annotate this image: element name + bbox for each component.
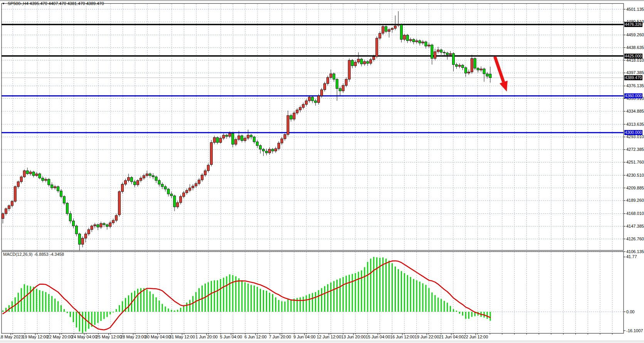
price-level-badge: 4300.000 bbox=[624, 130, 642, 135]
price-tick-label: 4438.635 bbox=[626, 45, 644, 50]
price-tick-label: 4147.385 bbox=[626, 224, 644, 228]
ohlc-label: 4395.470 4407.470 4381.470 4389.470 bbox=[30, 1, 104, 6]
time-tick-label: 6 Jun 12:00 bbox=[244, 335, 267, 339]
macd-tick-label: -16.1007 bbox=[626, 328, 643, 333]
price-tick-label: 4272.385 bbox=[626, 147, 644, 152]
time-tick-label: 19 May 12:00 bbox=[22, 335, 48, 339]
time-tick-label: 16 Jun 12:00 bbox=[390, 335, 415, 339]
time-tick-label: 25 May 12:00 bbox=[96, 335, 122, 339]
time-tick-label: 12 Jun 12:00 bbox=[317, 335, 341, 339]
time-tick-label: 9 Jun 04:00 bbox=[293, 335, 316, 339]
price-tick-label: 4230.510 bbox=[626, 173, 644, 177]
time-tick-label: 28 May 23:00 bbox=[120, 335, 146, 339]
time-tick-label: 1 Jun 20:00 bbox=[195, 335, 218, 339]
macd-indicator-label: MACD(12,26,9)-6.8853 -4.3458 bbox=[3, 252, 66, 257]
price-tick-label: 4106.135 bbox=[626, 249, 644, 254]
time-tick-label: 7 Jun 20:00 bbox=[269, 335, 291, 339]
price-level-badge: 4425.000 bbox=[624, 54, 642, 59]
price-level-badge: 4389.470 bbox=[624, 75, 642, 80]
price-level-badge: 4476.326 bbox=[624, 22, 642, 27]
time-tick-label: 30 May 04:00 bbox=[145, 335, 171, 339]
symbol-period-label: SP500-,H4 bbox=[8, 1, 29, 6]
chart-title: ▼ SP500-,H4 4395.470 4407.470 4381.470 4… bbox=[2, 1, 104, 6]
price-tick-label: 4334.885 bbox=[626, 109, 644, 113]
price-tick-label: 4251.760 bbox=[626, 160, 644, 164]
macd-tick-label: 41.77 bbox=[626, 254, 637, 259]
price-tick-label: 4376.135 bbox=[626, 83, 644, 88]
time-tick-label: 22 May 20:00 bbox=[47, 335, 73, 339]
macd-tick-label: 0.00 bbox=[626, 309, 634, 314]
price-tick-label: 4397.385 bbox=[626, 70, 644, 75]
time-tick-label: 5 Jun 04:00 bbox=[220, 335, 242, 339]
status-strip bbox=[0, 341, 644, 343]
time-tick-label: 15 Jun 04:00 bbox=[366, 335, 390, 339]
price-tick-label: 4459.260 bbox=[626, 32, 644, 37]
time-tick-label: 19 Jun 22:00 bbox=[415, 335, 439, 339]
price-tick-label: 4313.635 bbox=[626, 122, 644, 127]
price-tick-label: 4168.010 bbox=[626, 211, 644, 216]
time-tick-label: 18 May 2023 bbox=[0, 335, 23, 339]
price-tick-label: 4501.135 bbox=[626, 7, 644, 12]
price-tick-label: 4189.260 bbox=[626, 198, 644, 203]
price-tick-label: 4126.760 bbox=[626, 237, 644, 241]
symbol-dropdown-icon[interactable]: ▼ bbox=[2, 2, 5, 5]
time-tick-label: 13 Jun 20:00 bbox=[341, 335, 366, 339]
time-tick-label: 31 May 12:00 bbox=[169, 335, 195, 339]
price-level-badge: 4360.000 bbox=[624, 93, 642, 98]
chart-window: ▼ SP500-,H4 4395.470 4407.470 4381.470 4… bbox=[0, 0, 644, 343]
time-tick-label: 22 Jun 12:00 bbox=[464, 335, 488, 339]
price-tick-label: 4209.885 bbox=[626, 186, 644, 190]
time-tick-label: 24 May 04:00 bbox=[71, 335, 97, 339]
time-tick-label: 21 Jun 04:00 bbox=[439, 335, 464, 339]
macd-name: MACD(12,26,9) bbox=[3, 252, 32, 257]
macd-values: -6.8853 -4.3458 bbox=[34, 252, 64, 257]
price-chart-canvas[interactable] bbox=[0, 0, 644, 343]
